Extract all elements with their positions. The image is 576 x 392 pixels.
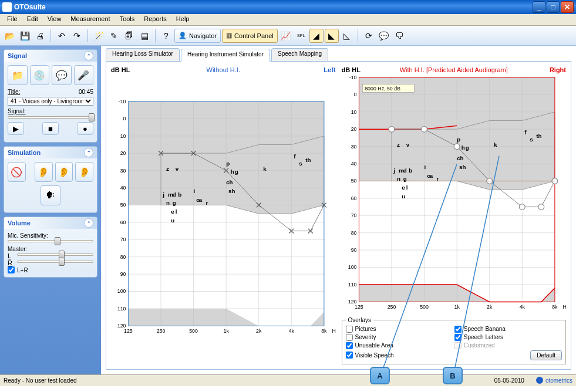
open-icon[interactable]: 📂: [2, 29, 16, 43]
sim-bothear-button[interactable]: 👂: [55, 162, 73, 182]
volume-panel-title: Volume: [8, 219, 31, 227]
chk-severity[interactable]: Severity: [346, 334, 453, 341]
callout-b: B: [443, 367, 463, 384]
svg-point-142: [519, 204, 525, 210]
sim-rightear-button[interactable]: 👂: [75, 162, 93, 182]
app-icon: [2, 2, 12, 12]
right-chart-title: With H.I. [Predicted Aided Audiogram]: [365, 66, 543, 73]
titlebar: OTOsuite _ □ ✕: [0, 0, 576, 14]
svg-text:ch: ch: [226, 179, 233, 185]
mic-slider[interactable]: [8, 240, 93, 242]
l-label: L: [8, 252, 15, 259]
duration-value: 00:45: [79, 89, 93, 95]
left-chart-ytitle: dB HL: [111, 66, 134, 73]
menu-view[interactable]: View: [43, 14, 66, 25]
refresh-icon[interactable]: ⟳: [362, 29, 376, 43]
signal-mic-button[interactable]: 🎤: [74, 65, 94, 85]
record-button[interactable]: ●: [77, 122, 93, 135]
svg-text:250: 250: [387, 304, 396, 310]
svg-text:g: g: [465, 144, 469, 151]
sim-noear-button[interactable]: 🚫: [8, 162, 26, 182]
signal-speech-button[interactable]: 💬: [52, 65, 72, 85]
save-icon[interactable]: 💾: [18, 29, 32, 43]
right-chart: dB HL With H.I. [Predicted Aided Audiogr…: [342, 66, 567, 364]
svg-text:30: 30: [120, 168, 126, 174]
navigator-button[interactable]: 👤Navigator: [174, 29, 221, 43]
maximize-button[interactable]: □: [547, 1, 560, 13]
collapse-icon[interactable]: ⌃: [84, 148, 93, 157]
right-chart-ytitle: dB HL: [342, 66, 365, 73]
svg-text:80: 80: [120, 254, 126, 260]
svg-text:k: k: [494, 141, 497, 148]
svg-text:90: 90: [120, 271, 126, 277]
svg-text:j: j: [393, 167, 395, 174]
title-combo[interactable]: 41 - Voices only - Livingroom: [8, 97, 93, 106]
brand: otometrics: [536, 377, 572, 384]
chk-speech-banana[interactable]: Speech Banana: [454, 326, 562, 333]
redo-icon[interactable]: ↷: [70, 29, 84, 43]
minimize-button[interactable]: _: [533, 1, 545, 13]
chk-unusable-area[interactable]: Unusable Area: [346, 342, 453, 349]
undo-icon[interactable]: ↶: [55, 29, 69, 43]
signal-panel-title: Signal: [8, 52, 27, 59]
stop-button[interactable]: ■: [42, 122, 59, 135]
svg-text:20: 20: [351, 126, 356, 132]
speech-icon[interactable]: 💬: [377, 29, 391, 43]
menu-edit[interactable]: Edit: [22, 14, 43, 25]
play-button[interactable]: ▶: [8, 122, 24, 135]
svg-text:z: z: [397, 141, 400, 148]
svg-text:Hz: Hz: [332, 328, 336, 334]
svg-text:4k: 4k: [519, 304, 525, 310]
edit-icon[interactable]: ✎: [107, 29, 121, 43]
chart-icon-spl[interactable]: SPL: [294, 29, 308, 43]
right-audiogram[interactable]: -100102030405060708090100110120125250500…: [342, 75, 567, 316]
help-icon[interactable]: ?: [159, 29, 173, 43]
signal-slider[interactable]: [8, 116, 93, 119]
menu-measurement[interactable]: Measurement: [66, 14, 114, 25]
view1-icon[interactable]: ▤: [137, 29, 151, 43]
r-slider[interactable]: [17, 261, 93, 263]
svg-text:20: 20: [120, 150, 126, 156]
menu-help[interactable]: Help: [171, 14, 194, 25]
svg-text:50: 50: [120, 202, 126, 208]
svg-text:100: 100: [117, 288, 126, 294]
signal-label: Signal:: [8, 108, 93, 114]
copy-icon[interactable]: 🗐: [122, 29, 136, 43]
tab-speech-mapping[interactable]: Speech Mapping: [271, 48, 328, 61]
collapse-icon[interactable]: ⌃: [84, 51, 93, 60]
svg-text:110: 110: [117, 306, 126, 312]
sim-leftear-button[interactable]: 👂: [35, 162, 53, 182]
overlay-icon-3[interactable]: ◺: [340, 29, 354, 43]
tab-hearing-instrument-sim[interactable]: Hearing Instrument Simulator: [181, 49, 270, 62]
chk-speech-letters[interactable]: Speech Letters: [454, 334, 562, 341]
chk-visible-speech[interactable]: Visible Speech: [346, 350, 453, 360]
overlay-icon-2[interactable]: ◣: [325, 29, 339, 43]
statusbar: Ready - No user test loaded 05-05-2010 o…: [0, 374, 576, 386]
overlay-icon-1[interactable]: ◢: [309, 29, 324, 43]
default-button[interactable]: Default: [530, 350, 562, 360]
signal-folder-button[interactable]: 📁: [8, 65, 28, 85]
chart-icon-1[interactable]: 📈: [279, 29, 293, 43]
window-title: OTOsuite: [14, 3, 46, 11]
menu-reports[interactable]: Reports: [139, 14, 171, 25]
l-slider[interactable]: [17, 254, 93, 256]
menu-file[interactable]: File: [2, 14, 22, 25]
chk-pictures[interactable]: Pictures: [346, 326, 453, 333]
collapse-icon[interactable]: ⌃: [84, 218, 93, 228]
svg-text:r: r: [206, 200, 208, 206]
sidebar: Signal⌃ 📁 💿 💬 🎤 Title:00:45 41 - Voices …: [0, 46, 101, 374]
control-panel-button[interactable]: ▥Control Panel: [222, 29, 278, 43]
signal-cd-button[interactable]: 💿: [30, 65, 50, 85]
svg-text:1k: 1k: [454, 304, 460, 310]
left-audiogram[interactable]: -100102030405060708090100110120125250500…: [111, 75, 336, 364]
print-icon[interactable]: 🖨: [33, 29, 47, 43]
wizard-icon[interactable]: 🪄: [92, 29, 106, 43]
close-button[interactable]: ✕: [561, 1, 574, 13]
right-chart-side: Right: [543, 66, 566, 73]
svg-text:90: 90: [351, 247, 356, 253]
tab-hearing-loss-sim[interactable]: Hearing Loss Simulator: [106, 48, 180, 61]
sim-speak-button[interactable]: 🗣: [41, 185, 60, 205]
speech2-icon[interactable]: 🗨: [392, 29, 406, 43]
menu-tools[interactable]: Tools: [115, 14, 140, 25]
lr-checkbox[interactable]: L+R: [8, 266, 93, 273]
